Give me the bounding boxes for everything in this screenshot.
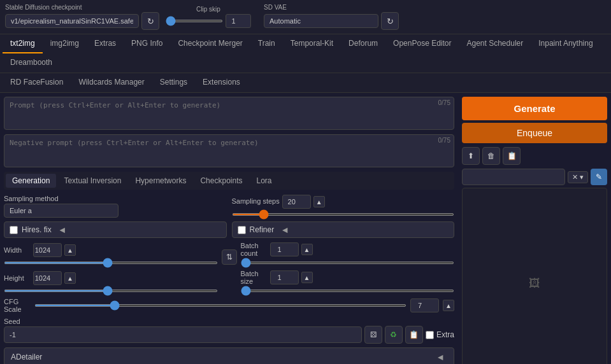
subtab-textualinversion[interactable]: Textual Inversion (57, 174, 127, 188)
generate-button[interactable]: Generate (462, 97, 607, 120)
refiner-arrow[interactable]: ◄ (278, 225, 292, 235)
tab-inpaint[interactable]: Inpaint Anything (531, 34, 600, 53)
width-batchcount-row: Width ▲ ⇅ Batch count ▲ (4, 242, 454, 266)
trash-btn[interactable]: 🗑 (482, 147, 500, 165)
main-content: 0/75 0/75 Generation Textual Inversion H… (0, 93, 611, 364)
batch-count-slider[interactable] (241, 262, 455, 264)
positive-prompt-area: 0/75 (4, 97, 454, 132)
image-placeholder-icon: 🖼 (529, 277, 540, 290)
batch-size-slider[interactable] (241, 290, 455, 292)
sampling-steps-max-btn[interactable]: ▲ (313, 196, 325, 207)
width-input[interactable] (33, 243, 62, 257)
sampling-method-select[interactable]: Euler a (4, 204, 119, 218)
sampling-steps-slider[interactable] (232, 213, 455, 216)
sampling-steps-col: Sampling steps ▲ (232, 195, 455, 218)
tab-agentscheduler[interactable]: Agent Scheduler (459, 34, 531, 53)
batchcount-col: Batch count ▲ (241, 242, 455, 266)
tab-dreambooth[interactable]: Dreambooth (3, 53, 60, 73)
tab-checkpointmerger[interactable]: Checkpoint Merger (170, 34, 250, 53)
checkpoint-select[interactable]: v1/epicrealism_naturalSinRC1VAE.safetens… (5, 14, 139, 28)
swap-dimensions-btn[interactable]: ⇅ (222, 249, 237, 265)
extra-checkbox[interactable] (426, 331, 434, 339)
negative-prompt-input[interactable] (4, 134, 454, 167)
style-clear-btn[interactable]: ✕ ▾ (568, 171, 588, 183)
sampling-steps-label: Sampling steps (232, 197, 280, 205)
tab-extensions[interactable]: Extensions (195, 73, 248, 92)
positive-prompt-counter: 0/75 (438, 99, 450, 106)
style-input[interactable] (462, 169, 565, 185)
adetailer-arrow[interactable]: ◄ (433, 352, 447, 362)
read-param-btn[interactable]: ⬆ (462, 147, 480, 165)
style-edit-btn[interactable]: ✎ (591, 169, 607, 185)
seed-recycle-btn[interactable]: ♻ (385, 326, 403, 344)
height-max-btn[interactable]: ▲ (64, 272, 76, 284)
subtab-generation[interactable]: Generation (6, 174, 56, 188)
refiner-checkbox[interactable] (238, 226, 246, 234)
height-label: Height (4, 274, 31, 282)
clip-skip-label: Clip skip (196, 6, 220, 13)
checkpoint-refresh-btn[interactable]: ↻ (141, 12, 159, 30)
tab-extras[interactable]: Extras (87, 34, 124, 53)
clip-skip-input[interactable] (226, 14, 251, 28)
tab-txt2img[interactable]: txt2img (3, 34, 43, 53)
tab-pnginfo[interactable]: PNG Info (124, 34, 170, 53)
seed-input[interactable] (4, 326, 362, 343)
cfg-scale-input[interactable] (410, 298, 439, 312)
paste-btn[interactable]: 📋 (503, 147, 521, 165)
vae-refresh-btn[interactable]: ↻ (381, 12, 399, 30)
clip-skip-area: Clip skip (166, 6, 251, 28)
seed-label: Seed (4, 318, 20, 325)
subtab-hypernetworks[interactable]: Hypernetworks (129, 174, 192, 188)
enqueue-button[interactable]: Enqueue (462, 123, 607, 143)
height-slider[interactable] (4, 290, 218, 292)
cfg-scale-label: CFG Scale (4, 298, 31, 313)
height-batchsize-row: Height ▲ Batch size ▲ (4, 270, 454, 294)
clip-skip-slider[interactable] (166, 20, 223, 22)
hires-refiner-row: Hires. fix ◄ Refiner ◄ (4, 221, 454, 238)
batch-count-input[interactable] (270, 242, 299, 256)
tab-wildcards[interactable]: Wildcards Manager (71, 73, 152, 92)
batch-size-input[interactable] (270, 270, 299, 284)
vae-select[interactable]: Automatic (264, 14, 378, 28)
vae-area: SD VAE Automatic ↻ (264, 4, 399, 30)
negative-prompt-counter: 0/75 (438, 137, 450, 144)
width-max-btn[interactable]: ▲ (64, 244, 76, 256)
batch-size-max-btn[interactable]: ▲ (301, 272, 313, 283)
width-slider[interactable] (4, 262, 218, 264)
batch-count-max-btn[interactable]: ▲ (301, 244, 313, 255)
positive-prompt-input[interactable] (4, 97, 454, 130)
tab-deforum[interactable]: Deforum (341, 34, 385, 53)
width-col: Width ▲ (4, 243, 218, 266)
adetailer-row[interactable]: ADetailer ◄ (4, 347, 454, 364)
cfg-scale-max-btn[interactable]: ▲ (443, 300, 454, 311)
cfg-scale-slider[interactable] (34, 304, 406, 307)
seed-section: Seed ⚄ ♻ 📋 Extra (4, 317, 454, 344)
tab-openpose[interactable]: OpenPose Editor (385, 34, 459, 53)
tab-settings[interactable]: Settings (152, 73, 195, 92)
checkpoint-label: Stable Diffusion checkpoint (5, 4, 159, 11)
extra-label: Extra (426, 330, 454, 339)
hires-fix-checkbox[interactable] (10, 226, 18, 234)
adetailer-label: ADetailer (11, 353, 42, 361)
hires-fix-label: Hires. fix (22, 225, 52, 234)
tab-img2img[interactable]: img2img (43, 34, 87, 53)
seed-paste-btn[interactable]: 📋 (405, 326, 423, 344)
batchsize-col: Batch size ▲ (241, 270, 455, 294)
cfg-scale-row: CFG Scale ▲ (4, 298, 454, 313)
tab-rdfacefusion[interactable]: RD FaceFusion (3, 73, 71, 92)
tab-temporalkit[interactable]: Temporal-Kit (283, 34, 341, 53)
subtab-checkpoints[interactable]: Checkpoints (194, 174, 248, 188)
seed-dice-btn[interactable]: ⚄ (364, 326, 382, 344)
batch-size-label: Batch size (241, 270, 268, 285)
right-panel: Generate Enqueue ⬆ 🗑 📋 ✕ ▾ ✎ 🖼 📁 ⧉ − 🖼 🎨… (458, 93, 611, 364)
hires-fix-box: Hires. fix ◄ (4, 221, 227, 238)
style-input-row: ✕ ▾ ✎ (462, 169, 607, 185)
hires-fix-arrow[interactable]: ◄ (55, 225, 69, 235)
sampling-method-label: Sampling method (4, 195, 227, 202)
sampling-steps-input[interactable] (282, 195, 311, 209)
batch-count-label: Batch count (241, 242, 268, 257)
subtab-lora[interactable]: Lora (250, 174, 278, 188)
height-input[interactable] (33, 271, 62, 285)
tab-train[interactable]: Train (250, 34, 283, 53)
height-col: Height ▲ (4, 271, 218, 294)
